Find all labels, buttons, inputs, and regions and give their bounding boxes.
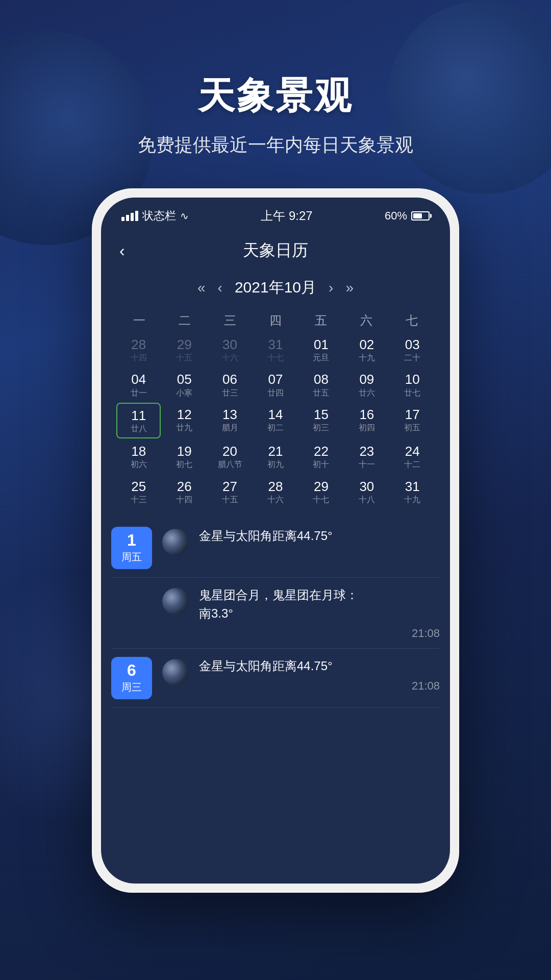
cal-day[interactable]: 17初五 <box>390 403 435 438</box>
event-date-day: 周五 <box>116 550 147 564</box>
cal-day[interactable]: 06廿三 <box>208 368 252 401</box>
status-time: 上午 9:27 <box>261 208 312 224</box>
moon-icon <box>162 659 189 685</box>
cal-day[interactable]: 29十七 <box>299 475 343 508</box>
status-bar: 状态栏 ∿ 上午 9:27 60% <box>101 198 450 229</box>
cal-day[interactable]: 20腊八节 <box>208 439 252 473</box>
event-text: 鬼星团合月，鬼星团在月球：南3.3° <box>199 586 440 623</box>
event-date-day: 周三 <box>116 680 147 694</box>
weekday-sat: 六 <box>344 312 389 329</box>
event-text: 金星与太阳角距离44.75° <box>199 527 440 545</box>
signal-bar-3 <box>131 213 134 221</box>
cal-day[interactable]: 10廿七 <box>390 368 435 401</box>
weekday-wed: 三 <box>207 312 253 329</box>
prev-prev-button[interactable]: « <box>197 280 206 296</box>
signal-label: 状态栏 <box>142 208 176 224</box>
cal-day[interactable]: 03二十 <box>390 333 435 366</box>
cal-day[interactable]: 30十八 <box>344 475 389 508</box>
battery-icon <box>411 211 430 220</box>
app-header: ‹ 天象日历 <box>101 229 450 272</box>
cal-day-selected[interactable]: 11廿八 <box>116 403 161 438</box>
cal-day[interactable]: 22初十 <box>299 439 343 473</box>
cal-day[interactable]: 09廿六 <box>344 368 389 401</box>
event-content: 鬼星团合月，鬼星团在月球：南3.3° 21:08 <box>199 586 440 640</box>
prev-button[interactable]: ‹ <box>218 280 222 296</box>
hero-section: 天象景观 免费提供最近一年内每日天象景观 <box>0 0 551 158</box>
status-right: 60% <box>385 209 430 223</box>
cal-day[interactable]: 26十四 <box>162 475 206 508</box>
event-row: 6 周三 金星与太阳角距离44.75° 21:08 <box>111 649 440 708</box>
event-text: 金星与太阳角距离44.75° <box>199 657 440 675</box>
event-content: 金星与太阳角距离44.75° 21:08 <box>199 657 440 693</box>
phone-wrapper: 状态栏 ∿ 上午 9:27 60% ‹ 天象日历 <box>0 188 551 893</box>
cal-day[interactable]: 27十五 <box>208 475 252 508</box>
cal-day[interactable]: 08廿五 <box>299 368 343 401</box>
cal-day[interactable]: 18初六 <box>116 439 161 473</box>
calendar-grid: 28十四 29十五 30十六 31十七 01元旦 02十九 03二十 04廿一 … <box>116 333 435 508</box>
status-left: 状态栏 ∿ <box>121 208 189 224</box>
weekday-fri: 五 <box>298 312 344 329</box>
cal-day[interactable]: 24十二 <box>390 439 435 473</box>
battery-text: 60% <box>385 209 407 223</box>
cal-day[interactable]: 16初四 <box>344 403 389 438</box>
wifi-icon: ∿ <box>180 210 189 222</box>
moon-icon <box>162 529 189 555</box>
cal-day[interactable]: 02十九 <box>344 333 389 366</box>
cal-day[interactable]: 05小寒 <box>162 368 206 401</box>
moon-icon <box>162 588 189 615</box>
events-section: 1 周五 金星与太阳角距离44.75° 鬼星团合月，鬼星团在月球：南3.3° 2… <box>101 508 450 708</box>
cal-day[interactable]: 19初七 <box>162 439 206 473</box>
cal-day[interactable]: 15初三 <box>299 403 343 438</box>
signal-bars <box>121 211 138 221</box>
event-date-badge: 6 周三 <box>111 657 152 699</box>
battery-fill <box>413 213 422 218</box>
event-content: 金星与太阳角距离44.75° <box>199 527 440 545</box>
cal-day[interactable]: 23十一 <box>344 439 389 473</box>
signal-bar-1 <box>121 217 124 221</box>
event-row: 鬼星团合月，鬼星团在月球：南3.3° 21:08 <box>111 578 440 649</box>
back-button[interactable]: ‹ <box>119 241 125 260</box>
event-time: 21:08 <box>199 679 440 693</box>
event-date-num: 1 <box>116 532 147 548</box>
calendar-section: « ‹ 2021年10月 › » 一 二 三 四 五 六 七 <box>101 272 450 508</box>
cal-day[interactable]: 12廿九 <box>162 403 206 438</box>
weekday-thu: 四 <box>253 312 298 329</box>
weekday-tue: 二 <box>162 312 207 329</box>
cal-day[interactable]: 29十五 <box>162 333 206 366</box>
signal-bar-2 <box>126 215 129 221</box>
sub-title: 免费提供最近一年内每日天象景观 <box>0 133 551 158</box>
cal-day[interactable]: 31十九 <box>390 475 435 508</box>
next-next-button[interactable]: » <box>345 280 354 296</box>
event-time: 21:08 <box>199 627 440 640</box>
cal-day[interactable]: 01元旦 <box>299 333 343 366</box>
cal-day[interactable]: 13腊月 <box>208 403 252 438</box>
month-nav: « ‹ 2021年10月 › » <box>116 272 435 308</box>
weekday-sun: 七 <box>389 312 435 329</box>
event-date-num: 6 <box>116 662 147 678</box>
phone-frame: 状态栏 ∿ 上午 9:27 60% ‹ 天象日历 <box>92 188 459 893</box>
event-row: 1 周五 金星与太阳角距离44.75° <box>111 519 440 578</box>
cal-day[interactable]: 25十三 <box>116 475 161 508</box>
signal-bar-4 <box>135 211 138 221</box>
main-title: 天象景观 <box>0 71 551 120</box>
next-button[interactable]: › <box>329 280 333 296</box>
cal-day[interactable]: 07廿四 <box>253 368 297 401</box>
cal-day[interactable]: 30十六 <box>208 333 252 366</box>
cal-day[interactable]: 21初九 <box>253 439 297 473</box>
app-title: 天象日历 <box>243 239 308 262</box>
event-date-badge: 1 周五 <box>111 527 152 569</box>
phone-screen: 状态栏 ∿ 上午 9:27 60% ‹ 天象日历 <box>101 198 450 884</box>
month-label: 2021年10月 <box>235 277 316 298</box>
cal-day[interactable]: 28十四 <box>116 333 161 366</box>
weekday-row: 一 二 三 四 五 六 七 <box>116 308 435 333</box>
cal-day[interactable]: 04廿一 <box>116 368 161 401</box>
cal-day[interactable]: 28十六 <box>253 475 297 508</box>
weekday-mon: 一 <box>116 312 162 329</box>
cal-day[interactable]: 31十七 <box>253 333 297 366</box>
cal-day[interactable]: 14初二 <box>253 403 297 438</box>
